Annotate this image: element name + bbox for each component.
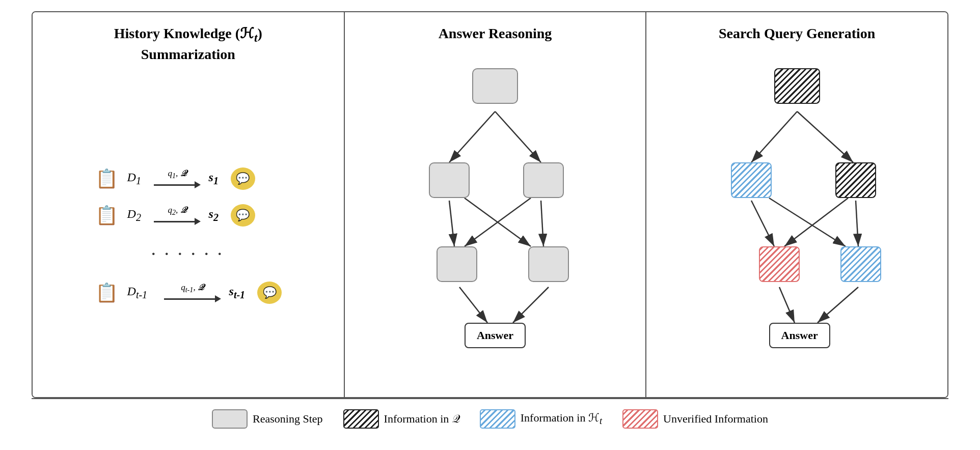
doc-icon-2: 📋	[95, 205, 119, 226]
legend-label-reasoning: Reasoning Step	[253, 412, 323, 426]
reasoning-node-l2-right	[528, 246, 569, 282]
panel-reasoning: Answer Reasoning	[345, 12, 647, 397]
svg-line-1	[495, 111, 541, 162]
arrow-shaft-t1	[164, 298, 215, 300]
search-node-l2-right	[840, 246, 881, 282]
legend-item-unverified: Unverified Information	[622, 409, 768, 429]
arrow-1: q1, 𝒬	[154, 168, 201, 188]
svg-line-13	[784, 198, 848, 246]
svg-line-12	[769, 198, 846, 246]
result-label-1: s1	[209, 171, 219, 187]
svg-line-2	[449, 201, 454, 246]
svg-line-5	[541, 201, 543, 246]
panel-history-title: History Knowledge (ℋt)Summarization	[114, 24, 262, 64]
reasoning-tree-svg	[398, 63, 592, 348]
reasoning-answer-label: Answer	[477, 329, 513, 342]
arrow-line-2	[154, 218, 201, 225]
question-mark-t1: 💬	[263, 286, 277, 299]
svg-line-16	[818, 287, 858, 323]
panels-row: History Knowledge (ℋt)Summarization 📋 D1…	[32, 11, 948, 398]
search-answer-label: Answer	[781, 329, 818, 342]
chat-bubble-2: 💬	[231, 204, 255, 227]
panel-reasoning-title: Answer Reasoning	[439, 24, 552, 43]
main-container: History Knowledge (ℋt)Summarization 📋 D1…	[32, 11, 948, 439]
reasoning-node-l2-left	[437, 246, 477, 282]
svg-line-10	[797, 111, 853, 162]
doc-label-t1: Dt-1	[127, 285, 156, 301]
doc-label-2: D2	[127, 207, 146, 223]
arrow-head-1	[195, 181, 201, 188]
arrow-text-1: q1, 𝒬	[168, 168, 186, 180]
arrow-text-2: q2, 𝒬	[168, 205, 186, 217]
panel-history: History Knowledge (ℋt)Summarization 📋 D1…	[33, 12, 345, 397]
arrow-2: q2, 𝒬	[154, 205, 201, 225]
doc-label-1: D1	[127, 171, 146, 187]
search-node-root	[774, 68, 820, 104]
doc-icon-1: 📋	[95, 168, 119, 189]
arrow-head-2	[195, 218, 201, 225]
chat-bubble-1: 💬	[231, 167, 255, 190]
svg-line-6	[459, 287, 487, 323]
result-label-2: s2	[209, 207, 219, 223]
doc-icon-t1: 📋	[95, 282, 119, 303]
search-answer-box: Answer	[769, 323, 830, 348]
svg-line-11	[751, 201, 774, 246]
arrow-head-t1	[215, 295, 221, 302]
legend-row: Reasoning Step Information in 𝒬 Informat…	[32, 398, 948, 439]
search-tree: Answer	[690, 63, 904, 348]
svg-line-9	[751, 111, 797, 162]
legend-box-red	[622, 409, 658, 429]
panel-search: Search Query Generation	[646, 12, 947, 397]
legend-item-h: Information in ℋt	[480, 409, 602, 429]
legend-label-h: Information in ℋt	[521, 411, 602, 427]
svg-line-15	[779, 287, 795, 323]
reasoning-answer-box: Answer	[465, 323, 526, 348]
arrow-shaft-1	[154, 184, 195, 186]
arrow-shaft-2	[154, 221, 195, 222]
legend-label-q: Information in 𝒬	[384, 412, 459, 426]
doc-row-2: 📋 D2 q2, 𝒬 s2 💬	[95, 204, 282, 227]
legend-item-q: Information in 𝒬	[343, 409, 459, 429]
reasoning-tree: Answer	[398, 63, 592, 348]
legend-item-reasoning: Reasoning Step	[212, 409, 323, 429]
doc-rows: 📋 D1 q1, 𝒬 s1 💬	[95, 84, 282, 387]
reasoning-node-l1-left	[429, 162, 470, 198]
search-node-l2-left	[759, 246, 800, 282]
reasoning-node-l1-right	[523, 162, 564, 198]
arrow-text-t1: qt-1, 𝒬	[181, 283, 204, 294]
search-node-l1-right	[835, 162, 876, 198]
reasoning-node-root	[472, 68, 518, 104]
doc-row-1: 📋 D1 q1, 𝒬 s1 💬	[95, 167, 282, 190]
svg-line-0	[449, 111, 495, 162]
arrow-t1: qt-1, 𝒬	[164, 283, 221, 302]
arrow-line-t1	[164, 295, 221, 302]
legend-box-gray	[212, 409, 248, 429]
question-mark-2: 💬	[236, 209, 250, 222]
chat-bubble-t1: 💬	[257, 282, 282, 304]
legend-label-unverified: Unverified Information	[663, 412, 768, 426]
doc-row-t1: 📋 Dt-1 qt-1, 𝒬 st-1 💬	[95, 282, 282, 304]
arrow-line-1	[154, 181, 201, 188]
search-node-l1-left	[731, 162, 772, 198]
legend-box-black	[343, 409, 379, 429]
search-tree-svg	[690, 63, 904, 348]
dots-row: · · · · · ·	[95, 241, 282, 267]
panel-search-title: Search Query Generation	[719, 24, 875, 43]
legend-box-blue	[480, 409, 515, 429]
question-mark-1: 💬	[236, 172, 250, 185]
result-label-t1: st-1	[229, 285, 246, 301]
svg-line-7	[513, 287, 549, 323]
svg-line-14	[856, 201, 858, 246]
